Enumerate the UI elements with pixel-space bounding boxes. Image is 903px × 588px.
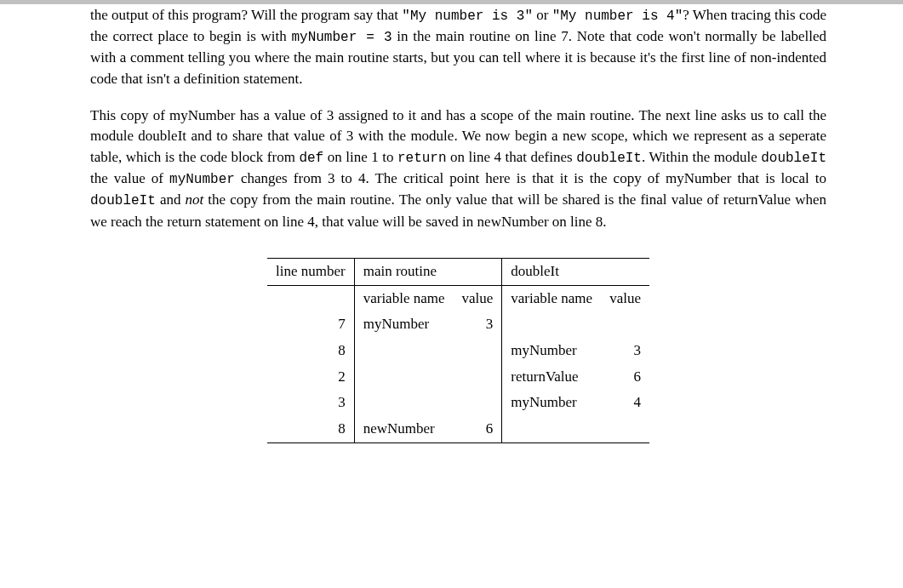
cell-main-val xyxy=(454,390,502,416)
text: and xyxy=(156,191,186,208)
code-text: myNumber = 3 xyxy=(291,30,391,45)
cell-dbl-val: 6 xyxy=(601,364,649,391)
table-row: 8 newNumber 6 xyxy=(267,416,649,442)
cell-line: 3 xyxy=(267,390,354,416)
code-text: "My number is 4" xyxy=(552,9,683,24)
italic-text: not xyxy=(186,191,204,208)
paragraph-2: This copy of myNumber has a value of 3 a… xyxy=(90,106,826,232)
text: on line 4 that defines xyxy=(447,149,577,165)
cell-dbl-val: 3 xyxy=(601,338,649,364)
text: the value of xyxy=(90,170,169,186)
col-variable-name: variable name xyxy=(354,285,453,311)
cell-dbl-val: 4 xyxy=(601,390,649,416)
table-row: 3 myNumber 4 xyxy=(267,390,649,416)
col-variable-name: variable name xyxy=(502,285,601,311)
col-doubleit: doubleIt xyxy=(502,259,649,286)
text: . Within the module xyxy=(642,149,761,165)
text: on line 1 to xyxy=(323,149,397,165)
cell-main-val: 6 xyxy=(454,416,502,442)
col-value: value xyxy=(454,285,502,311)
table-row: 2 returnValue 6 xyxy=(267,364,649,391)
cell-dbl-var xyxy=(502,416,601,442)
cell-line: 7 xyxy=(267,311,354,338)
cell-line: 8 xyxy=(267,416,354,442)
text: changes from 3 to 4. The critical point … xyxy=(235,170,826,186)
paragraph-1: the output of this program? Will the pro… xyxy=(90,5,826,90)
cell-line: 8 xyxy=(267,338,354,364)
code-text: "My number is 3" xyxy=(402,9,533,24)
cell-dbl-val xyxy=(601,311,649,338)
cell-main-var xyxy=(354,390,453,416)
cell-main-var: myNumber xyxy=(354,311,453,338)
code-text: doubleIt xyxy=(90,193,156,208)
col-value: value xyxy=(601,285,649,311)
cell-dbl-var: myNumber xyxy=(502,390,601,416)
cell-line: 2 xyxy=(267,364,354,391)
text: the output of this program? Will the pro… xyxy=(90,7,402,23)
text: or xyxy=(533,7,552,23)
code-text: myNumber xyxy=(169,172,235,187)
table-row: 7 myNumber 3 xyxy=(267,311,649,338)
table-header-row-1: line number main routine doubleIt xyxy=(267,259,649,286)
col-main-routine: main routine xyxy=(354,259,502,286)
empty-cell xyxy=(267,285,354,311)
code-text: return xyxy=(397,151,447,166)
trace-table-wrapper: line number main routine doubleIt variab… xyxy=(90,258,826,442)
cell-dbl-var: returnValue xyxy=(502,364,601,391)
cell-main-var xyxy=(354,364,453,391)
cell-main-var: newNumber xyxy=(354,416,453,442)
cell-dbl-var: myNumber xyxy=(502,338,601,364)
col-line-number: line number xyxy=(267,259,354,286)
trace-table: line number main routine doubleIt variab… xyxy=(267,258,649,442)
code-text: def xyxy=(299,151,323,166)
cell-main-var xyxy=(354,338,453,364)
table-row: 8 myNumber 3 xyxy=(267,338,649,364)
cell-main-val xyxy=(454,338,502,364)
cell-dbl-var xyxy=(502,311,601,338)
cell-main-val xyxy=(454,364,502,391)
cell-main-val: 3 xyxy=(454,311,502,338)
code-text: doubleIt xyxy=(761,151,826,166)
table-header-row-2: variable name value variable name value xyxy=(267,285,649,311)
code-text: doubleIt xyxy=(576,151,642,166)
cell-dbl-val xyxy=(601,416,649,442)
